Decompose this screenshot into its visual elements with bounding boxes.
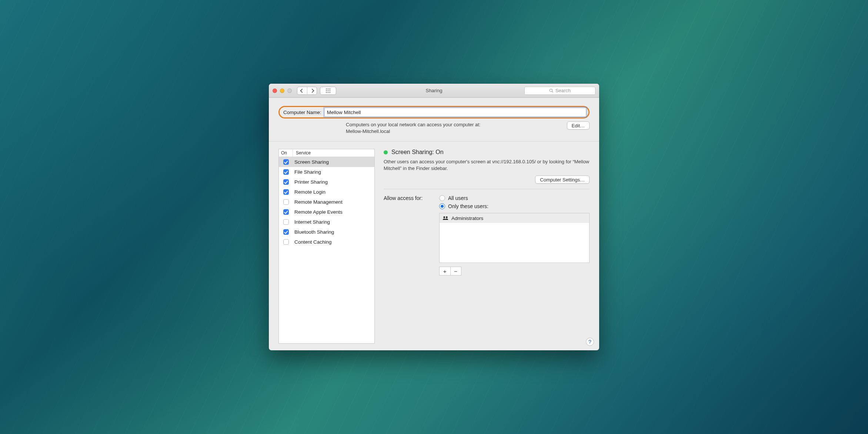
status-indicator-icon bbox=[384, 150, 388, 154]
service-checkbox[interactable] bbox=[283, 239, 289, 245]
service-checkbox[interactable] bbox=[283, 159, 289, 165]
computer-settings-button[interactable]: Computer Settings… bbox=[535, 176, 590, 184]
svg-point-6 bbox=[326, 92, 327, 93]
service-label: Screen Sharing bbox=[293, 159, 374, 165]
svg-point-7 bbox=[328, 92, 328, 93]
services-header: On Service bbox=[279, 149, 374, 157]
service-checkbox[interactable] bbox=[283, 199, 289, 205]
svg-point-8 bbox=[330, 92, 330, 93]
service-description: Other users can access your computer's s… bbox=[384, 158, 590, 172]
service-row[interactable]: Printer Sharing bbox=[279, 177, 374, 187]
service-label: Remote Management bbox=[293, 199, 374, 205]
window-controls bbox=[273, 89, 292, 93]
services-table: On Service Screen SharingFile SharingPri… bbox=[278, 149, 375, 344]
minimize-window-button[interactable] bbox=[280, 89, 284, 93]
computer-name-highlight: Computer Name: bbox=[278, 106, 590, 118]
service-label: Content Caching bbox=[293, 239, 374, 245]
user-list-buttons: + − bbox=[439, 267, 461, 276]
computer-name-input[interactable] bbox=[324, 108, 586, 117]
titlebar: Sharing Search bbox=[269, 84, 599, 98]
nav-buttons bbox=[297, 87, 317, 95]
service-status-title: Screen Sharing: On bbox=[391, 149, 444, 156]
svg-point-3 bbox=[326, 90, 327, 91]
access-section: Allow access for: All users Only these u… bbox=[384, 195, 590, 276]
user-list[interactable]: Administrators bbox=[439, 213, 590, 263]
service-checkbox[interactable] bbox=[283, 189, 289, 195]
service-row[interactable]: Remote Login bbox=[279, 187, 374, 197]
chevron-left-icon bbox=[300, 89, 304, 93]
service-checkbox[interactable] bbox=[283, 179, 289, 185]
edit-button[interactable]: Edit… bbox=[567, 121, 590, 130]
svg-point-4 bbox=[328, 90, 328, 91]
radio-icon bbox=[439, 203, 445, 209]
grid-icon bbox=[326, 88, 331, 93]
service-checkbox[interactable] bbox=[283, 219, 289, 225]
service-row[interactable]: Content Caching bbox=[279, 237, 374, 247]
close-window-button[interactable] bbox=[273, 89, 277, 93]
radio-only-these-users-label: Only these users: bbox=[448, 203, 488, 209]
chevron-right-icon bbox=[310, 89, 314, 93]
service-label: Remote Login bbox=[293, 189, 374, 195]
search-placeholder: Search bbox=[555, 88, 571, 93]
sharing-preferences-window: Sharing Search Computer Name: Computers … bbox=[269, 84, 599, 350]
svg-point-2 bbox=[330, 89, 330, 89]
forward-button[interactable] bbox=[307, 87, 317, 94]
add-user-button[interactable]: + bbox=[440, 267, 450, 275]
service-checkbox[interactable] bbox=[283, 209, 289, 215]
header-service: Service bbox=[293, 149, 374, 157]
svg-point-5 bbox=[330, 90, 330, 91]
user-list-item[interactable]: Administrators bbox=[440, 213, 589, 223]
show-all-button[interactable] bbox=[320, 87, 336, 95]
service-row[interactable]: Internet Sharing bbox=[279, 217, 374, 227]
service-label: Remote Apple Events bbox=[293, 209, 374, 215]
service-row[interactable]: Remote Management bbox=[279, 197, 374, 207]
allow-access-label: Allow access for: bbox=[384, 195, 439, 201]
radio-only-these-users[interactable]: Only these users: bbox=[439, 203, 590, 209]
user-label: Administrators bbox=[451, 216, 483, 221]
search-icon bbox=[549, 89, 554, 93]
computer-name-section: Computer Name: Computers on your local n… bbox=[269, 98, 599, 141]
service-status-row: Screen Sharing: On bbox=[384, 149, 590, 156]
service-checkbox[interactable] bbox=[283, 169, 289, 175]
remove-user-button[interactable]: − bbox=[450, 267, 461, 275]
service-label: Internet Sharing bbox=[293, 219, 374, 225]
detail-panel: Screen Sharing: On Other users can acces… bbox=[384, 149, 590, 344]
service-label: Printer Sharing bbox=[293, 179, 374, 185]
service-row[interactable]: Bluetooth Sharing bbox=[279, 227, 374, 237]
service-label: File Sharing bbox=[293, 169, 374, 175]
header-on: On bbox=[279, 149, 293, 157]
radio-all-users[interactable]: All users bbox=[439, 195, 590, 201]
computer-name-description: Computers on your local network can acce… bbox=[346, 121, 562, 134]
search-input[interactable]: Search bbox=[524, 87, 595, 95]
svg-point-0 bbox=[326, 89, 327, 89]
back-button[interactable] bbox=[297, 87, 307, 94]
services-list: Screen SharingFile SharingPrinter Sharin… bbox=[279, 157, 374, 343]
radio-all-users-label: All users bbox=[448, 195, 468, 201]
computer-name-label: Computer Name: bbox=[283, 110, 321, 115]
svg-point-1 bbox=[328, 89, 328, 89]
radio-icon bbox=[439, 195, 445, 201]
zoom-window-button[interactable] bbox=[287, 89, 292, 93]
users-icon bbox=[443, 216, 448, 220]
service-checkbox[interactable] bbox=[283, 229, 289, 235]
help-button[interactable]: ? bbox=[586, 338, 594, 346]
service-label: Bluetooth Sharing bbox=[293, 229, 374, 235]
service-row[interactable]: Remote Apple Events bbox=[279, 207, 374, 217]
service-row[interactable]: File Sharing bbox=[279, 167, 374, 177]
service-row[interactable]: Screen Sharing bbox=[279, 157, 374, 167]
main-content: On Service Screen SharingFile SharingPri… bbox=[269, 141, 599, 350]
